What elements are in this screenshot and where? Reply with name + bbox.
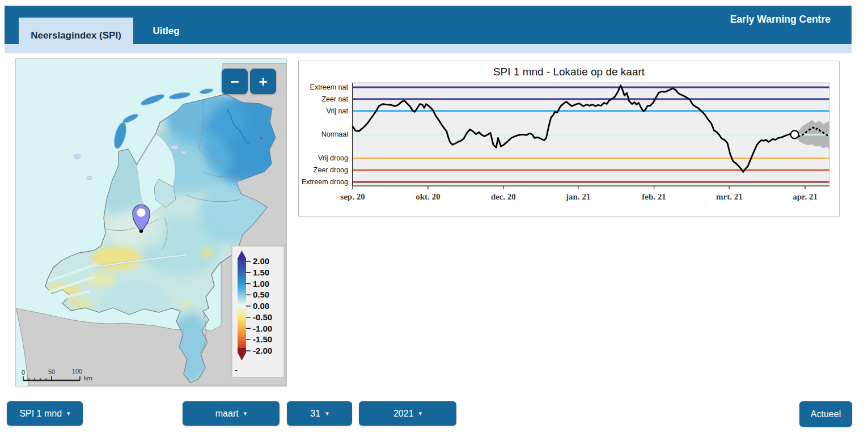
month-dropdown[interactable]: maart▾: [183, 401, 280, 426]
map-zoom-out-button[interactable]: −: [222, 69, 248, 94]
tab-uitleg[interactable]: Uitleg: [138, 18, 194, 44]
year-dropdown-label: 2021: [393, 409, 414, 418]
actueel-button-label: Actueel: [811, 409, 841, 419]
legend-tick-4: 0.00: [253, 301, 269, 311]
x-tick-label-6: apr. 21: [793, 192, 818, 201]
scale-0: 0: [22, 369, 25, 376]
month-dropdown-label: maart: [215, 409, 239, 418]
legend-tick-8: -2.00: [253, 346, 272, 355]
x-tick-label-0: sep. 20: [340, 192, 365, 201]
x-tick-label-3: jan. 21: [565, 192, 590, 201]
tab-neerslagindex-label: Neerslagindex (SPI): [31, 30, 121, 41]
x-tick-label-4: feb. 21: [642, 192, 666, 201]
threshold-label-6: Extreem droog: [302, 178, 348, 186]
x-tick-label-5: mrt. 21: [716, 192, 743, 201]
legend-tick-6: -1.00: [253, 324, 272, 333]
x-tick-label-2: dec. 20: [491, 192, 516, 201]
legend-tick-3: 0.50: [253, 290, 269, 299]
day-dropdown-label: 31: [310, 409, 320, 418]
threshold-label-3: Normaal: [321, 130, 348, 138]
actueel-button[interactable]: Actueel: [799, 401, 852, 427]
index-dropdown[interactable]: SPI 1 mnd▾: [7, 401, 83, 426]
index-dropdown-label: SPI 1 mnd: [19, 409, 62, 418]
threshold-label-0: Extreem nat: [310, 83, 349, 91]
scale-100: 100: [72, 368, 82, 375]
chart-panel: SPI 1 mnd - Lokatie op de kaart Extreem …: [298, 61, 840, 217]
page: Neerslagindex (SPI) Uitleg Early Warning…: [0, 0, 868, 437]
map-legend: 2.00 1.50 1.00 0.50 0.00 -0.50 -1.00 -1.…: [232, 246, 284, 377]
scale-50: 50: [48, 368, 55, 375]
current-date-marker[interactable]: [791, 130, 799, 138]
chevron-down-icon: ▾: [419, 410, 422, 417]
threshold-label-4: Vrij droog: [318, 154, 348, 162]
x-tick-label-1: okt. 20: [416, 192, 440, 201]
spi-chart: Extreem natZeer natVrij natNormaalVrij d…: [299, 61, 839, 203]
legend-tick-2: 1.00: [253, 279, 269, 288]
chevron-down-icon: ▾: [244, 410, 247, 417]
station-dot: [260, 137, 262, 139]
netherlands-map[interactable]: 0 50 100 km 2.00 1.50 1.00 0.50 0.00 -0.…: [16, 59, 286, 386]
legend-tick-0: 2.00: [253, 256, 269, 266]
legend-footer: -: [235, 365, 238, 375]
legend-tick-1: 1.50: [253, 268, 269, 277]
chevron-down-icon: ▾: [325, 410, 329, 417]
chevron-down-icon: ▾: [67, 410, 70, 417]
threshold-label-5: Zeer droog: [314, 166, 348, 174]
map-zoom-in-button[interactable]: +: [250, 69, 276, 94]
year-dropdown[interactable]: 2021▾: [359, 401, 456, 426]
threshold-label-1: Zeer nat: [321, 95, 348, 103]
tab-uitleg-label: Uitleg: [153, 26, 179, 37]
legend-tick-7: -1.50: [253, 334, 272, 344]
threshold-label-2: Vrij nat: [327, 107, 349, 115]
tab-neerslagindex-spi[interactable]: Neerslagindex (SPI): [19, 18, 133, 53]
legend-tick-5: -0.50: [253, 312, 272, 322]
map-panel: 0 50 100 km 2.00 1.50 1.00 0.50 0.00 -0.…: [15, 58, 287, 387]
brand-title: Early Warning Centre: [730, 0, 831, 39]
scale-unit: km: [84, 375, 92, 381]
day-dropdown[interactable]: 31▾: [287, 401, 352, 426]
